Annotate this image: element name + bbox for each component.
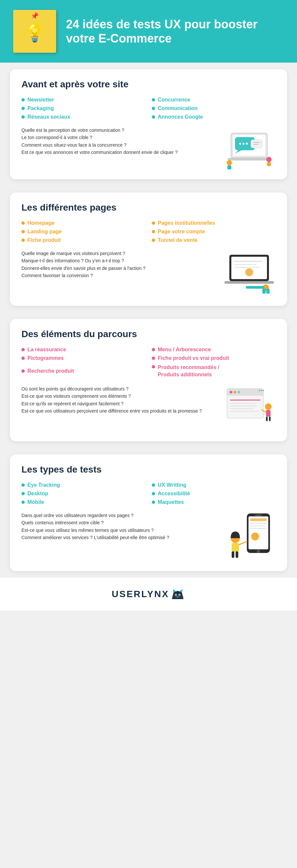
tag-menu: Menu / Arborescence — [152, 347, 275, 352]
tag-dot — [152, 492, 155, 495]
svg-point-20 — [245, 268, 253, 276]
section-2-card: Les différentes pages Homepage Pages ins… — [10, 192, 287, 306]
svg-point-40 — [265, 403, 272, 410]
section-4-content: Dans quel ordre vos utilisateurs regarde… — [22, 512, 275, 561]
logo: USERLYNX — [112, 588, 186, 601]
tag-compte: Page votre compte — [152, 229, 275, 235]
tag-fiche-produit: Fiche produit — [22, 237, 145, 243]
svg-point-4 — [239, 143, 241, 145]
tag-ux-writing: UX Writting — [152, 482, 275, 488]
tag-recherche: Recherche produit — [22, 364, 145, 379]
tag-dot — [22, 221, 25, 225]
section-1-card: Avant et après votre site Newsletter Con… — [10, 69, 287, 179]
tag-packaging: Packaging — [22, 105, 145, 112]
section-3-content: Où sont les points qui découragent vos u… — [22, 385, 275, 431]
section-1-description: Quelle est la perception de votre commun… — [22, 127, 217, 156]
section-3-title: Des éléments du parcours — [22, 329, 275, 339]
tag-dot — [152, 107, 155, 110]
svg-point-34 — [263, 390, 264, 391]
section-1-tags: Newsletter Concurrence Packaging Communi… — [22, 97, 275, 120]
tag-picto: Pictogrammes — [22, 355, 145, 361]
tag-accessibilite: Accessibilité — [152, 491, 275, 497]
section-1-content: Quelle est la perception de votre commun… — [22, 127, 275, 169]
svg-point-13 — [266, 157, 272, 162]
tag-dot — [22, 369, 25, 373]
svg-point-30 — [234, 391, 236, 394]
svg-rect-48 — [250, 518, 267, 521]
section-1-wrapper: Avant et après votre site Newsletter Con… — [0, 63, 297, 186]
svg-rect-10 — [228, 158, 271, 160]
section-1-title: Avant et après votre site — [22, 79, 275, 90]
tag-tunnel: Tunnel de vente — [152, 237, 275, 243]
section-2-content: Quelle image de marque vos visiteurs per… — [22, 250, 275, 296]
svg-rect-28 — [227, 393, 263, 396]
tag-homepage: Homepage — [22, 220, 145, 226]
header: 💡 24 idées de tests UX pour booster votr… — [0, 0, 297, 63]
tag-dot — [22, 115, 25, 119]
svg-point-5 — [243, 143, 245, 145]
tag-dot — [152, 221, 155, 225]
section-4-illustration — [223, 512, 275, 561]
tag-dot — [152, 365, 155, 368]
section-3-tags: La réassurance Menu / Arborescence Picto… — [22, 347, 275, 379]
tag-mobile: Mobile — [22, 499, 145, 505]
tag-dot — [152, 98, 155, 101]
tag-desktop: Desktop — [22, 491, 145, 497]
sticky-note: 💡 — [13, 10, 56, 53]
tag-fiche-vs-vrai: Fiche produit vs vrai produit — [152, 355, 275, 361]
section-3-card: Des éléments du parcours La réassurance … — [10, 319, 287, 441]
tag-dot — [152, 115, 155, 119]
section-4-title: Les types de tests — [22, 464, 275, 475]
tag-pages-inst: Pages institutionnelles — [152, 220, 275, 226]
svg-point-52 — [251, 532, 259, 540]
svg-rect-7 — [251, 140, 262, 148]
tag-dot — [22, 348, 25, 351]
svg-rect-55 — [232, 543, 239, 552]
tag-dot — [22, 356, 25, 360]
svg-rect-57 — [236, 551, 238, 558]
svg-point-61 — [176, 594, 177, 595]
svg-point-62 — [179, 594, 180, 595]
tag-dot — [22, 501, 25, 504]
tag-concurrence: Concurrence — [152, 97, 275, 103]
section-2-description: Quelle image de marque vos visiteurs per… — [22, 250, 217, 279]
tag-dot — [22, 492, 25, 495]
tag-dot — [22, 484, 25, 487]
svg-point-31 — [238, 391, 240, 394]
section-1-illustration — [223, 127, 275, 169]
tag-dot — [22, 239, 25, 242]
svg-rect-43 — [269, 416, 271, 421]
section-2-tags: Homepage Pages institutionnelles Landing… — [22, 220, 275, 243]
svg-rect-41 — [266, 410, 271, 416]
tag-dot — [152, 348, 155, 351]
tag-landing: Landing page — [22, 229, 145, 235]
svg-point-32 — [259, 390, 260, 391]
section-2-illustration — [223, 250, 275, 296]
svg-rect-56 — [232, 551, 234, 558]
header-title: 24 idées de tests UX pour booster votre … — [66, 17, 284, 45]
svg-point-63 — [177, 596, 179, 597]
section-3-description: Où sont les points qui découragent vos u… — [22, 385, 217, 415]
tag-dot — [22, 230, 25, 233]
tag-dot — [152, 501, 155, 504]
tag-dot — [22, 107, 25, 110]
svg-rect-46 — [248, 516, 268, 549]
logo-fox-icon — [170, 588, 185, 601]
tag-dot — [152, 239, 155, 242]
section-4-tags: Eye Tracking UX Writting Desktop Accessi… — [22, 482, 275, 505]
tag-reassurance: La réassurance — [22, 347, 145, 352]
svg-rect-24 — [262, 289, 266, 293]
tag-eye: Eye Tracking — [22, 482, 145, 488]
svg-point-53 — [257, 550, 260, 553]
logo-label: USERLYNX — [112, 589, 169, 599]
section-3-wrapper: Des éléments du parcours La réassurance … — [0, 312, 297, 448]
footer: USERLYNX — [0, 578, 297, 611]
section-4-description: Dans quel ordre vos utilisateurs regarde… — [22, 512, 217, 541]
tag-communication: Communication — [152, 105, 275, 112]
section-4-card: Les types de tests Eye Tracking UX Writt… — [10, 455, 287, 571]
section-2-title: Les différentes pages — [22, 202, 275, 213]
section-2-wrapper: Les différentes pages Homepage Pages ins… — [0, 186, 297, 312]
svg-line-58 — [239, 541, 247, 545]
section-4-wrapper: Les types de tests Eye Tracking UX Writt… — [0, 448, 297, 578]
svg-rect-12 — [227, 165, 231, 169]
